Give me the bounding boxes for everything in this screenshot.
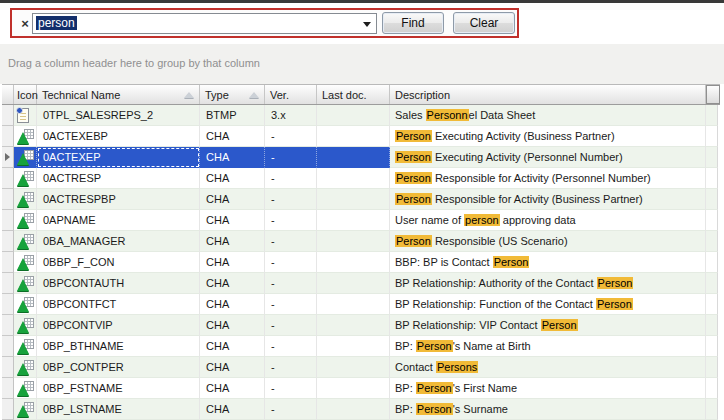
description-cell[interactable]: User name of person approving data [390, 210, 706, 231]
description-cell[interactable]: Contact Persons [390, 357, 706, 378]
version-cell[interactable]: - [265, 126, 317, 147]
icon-cell[interactable] [14, 252, 37, 273]
table-row[interactable]: 0BPCONTAUTHCHA-BP Relationship: Authorit… [2, 273, 720, 294]
type-cell[interactable]: CHA [200, 126, 265, 147]
version-cell[interactable]: 3.x [265, 105, 317, 126]
row-select-gutter[interactable] [2, 105, 14, 126]
type-cell[interactable]: CHA [200, 210, 265, 231]
version-cell[interactable]: - [265, 168, 317, 189]
technical-name-cell[interactable]: 0ACTEXEBP [37, 126, 200, 147]
row-select-gutter[interactable] [2, 357, 14, 378]
technical-name-cell[interactable]: 0BPCONTVIP [37, 315, 200, 336]
icon-cell[interactable] [14, 126, 37, 147]
table-row[interactable]: 0BA_MANAGERCHA-Person Responsible (US Sc… [2, 231, 720, 252]
search-input[interactable]: person [32, 13, 377, 34]
type-cell[interactable]: CHA [200, 273, 265, 294]
description-cell[interactable]: Person Responsible for Activity (Personn… [390, 168, 706, 189]
last-doc-cell[interactable] [317, 126, 390, 147]
table-row[interactable]: 0BBP_F_CONCHA-BBP: BP is Contact Person [2, 252, 720, 273]
find-button[interactable]: Find [382, 12, 444, 34]
type-cell[interactable]: CHA [200, 252, 265, 273]
row-select-gutter[interactable] [2, 126, 14, 147]
icon-cell[interactable] [14, 168, 37, 189]
description-cell[interactable]: Person Executing Activity (Business Part… [390, 126, 706, 147]
icon-cell[interactable] [14, 378, 37, 399]
version-cell[interactable]: - [265, 336, 317, 357]
description-cell[interactable]: BP Relationship: Authority of the Contac… [390, 273, 706, 294]
technical-name-cell[interactable]: 0BP_BTHNAME [37, 336, 200, 357]
clear-button[interactable]: Clear [453, 12, 515, 34]
description-cell[interactable]: Person Responsible (US Scenario) [390, 231, 706, 252]
table-row[interactable]: 0ACTRESPCHA-Person Responsible for Activ… [2, 168, 720, 189]
last-doc-cell[interactable] [317, 378, 390, 399]
description-cell[interactable]: BP: Person's Surname [390, 399, 706, 420]
column-header-technical-name[interactable]: Technical Name [37, 85, 200, 104]
version-cell[interactable]: - [265, 357, 317, 378]
last-doc-cell[interactable] [317, 189, 390, 210]
technical-name-cell[interactable]: 0ACTRESPBP [37, 189, 200, 210]
row-select-gutter[interactable] [2, 252, 14, 273]
row-select-gutter[interactable] [2, 147, 14, 168]
table-row[interactable]: 0BP_FSTNAMECHA-BP: Person's First Name [2, 378, 720, 399]
row-select-gutter[interactable] [2, 378, 14, 399]
icon-cell[interactable] [14, 231, 37, 252]
chevron-down-icon[interactable] [363, 22, 371, 27]
technical-name-cell[interactable]: 0ACTEXEP [37, 147, 200, 168]
row-select-gutter[interactable] [2, 273, 14, 294]
version-cell[interactable]: - [265, 294, 317, 315]
technical-name-cell[interactable]: 0TPL_SALESREPS_2 [37, 105, 200, 126]
last-doc-cell[interactable] [317, 273, 390, 294]
icon-cell[interactable] [14, 273, 37, 294]
version-cell[interactable]: - [265, 315, 317, 336]
type-cell[interactable]: CHA [200, 294, 265, 315]
type-cell[interactable]: CHA [200, 168, 265, 189]
column-header-description[interactable]: Description [390, 85, 706, 104]
last-doc-cell[interactable] [317, 147, 390, 168]
column-header-type[interactable]: Type [200, 85, 265, 104]
table-row[interactable]: 0ACTEXEPCHA-Person Executing Activity (P… [2, 147, 720, 168]
last-doc-cell[interactable] [317, 168, 390, 189]
icon-cell[interactable] [14, 399, 37, 420]
type-cell[interactable]: CHA [200, 336, 265, 357]
row-select-gutter[interactable] [2, 399, 14, 420]
table-row[interactable]: 0BPCONTVIPCHA-BP Relationship: VIP Conta… [2, 315, 720, 336]
table-row[interactable]: 0TPL_SALESREPS_2BTMP3.xSales Personnel D… [2, 105, 720, 126]
last-doc-cell[interactable] [317, 399, 390, 420]
description-cell[interactable]: BP Relationship: Function of the Contact… [390, 294, 706, 315]
technical-name-cell[interactable]: 0ACTRESP [37, 168, 200, 189]
row-select-gutter[interactable] [2, 294, 14, 315]
type-cell[interactable]: CHA [200, 357, 265, 378]
type-cell[interactable]: BTMP [200, 105, 265, 126]
table-row[interactable]: 0BPCONTFCTCHA-BP Relationship: Function … [2, 294, 720, 315]
table-row[interactable]: 0APNAMECHA-User name of person approving… [2, 210, 720, 231]
technical-name-cell[interactable]: 0BPCONTAUTH [37, 273, 200, 294]
technical-name-cell[interactable]: 0BA_MANAGER [37, 231, 200, 252]
type-cell[interactable]: CHA [200, 399, 265, 420]
last-doc-cell[interactable] [317, 336, 390, 357]
close-search-icon[interactable]: × [18, 17, 32, 30]
version-cell[interactable]: - [265, 231, 317, 252]
version-cell[interactable]: - [265, 210, 317, 231]
description-cell[interactable]: Sales Personnel Data Sheet [390, 105, 706, 126]
icon-cell[interactable] [14, 315, 37, 336]
icon-cell[interactable] [14, 105, 37, 126]
table-row[interactable]: 0ACTEXEBPCHA-Person Executing Activity (… [2, 126, 720, 147]
description-cell[interactable]: BP: Person's First Name [390, 378, 706, 399]
icon-cell[interactable] [14, 294, 37, 315]
row-select-gutter[interactable] [2, 210, 14, 231]
type-cell[interactable]: CHA [200, 315, 265, 336]
last-doc-cell[interactable] [317, 105, 390, 126]
version-cell[interactable]: - [265, 273, 317, 294]
last-doc-cell[interactable] [317, 357, 390, 378]
group-by-drop-zone[interactable]: Drag a column header here to group by th… [0, 44, 724, 84]
last-doc-cell[interactable] [317, 315, 390, 336]
row-select-gutter[interactable] [2, 168, 14, 189]
row-select-gutter[interactable] [2, 189, 14, 210]
last-doc-cell[interactable] [317, 294, 390, 315]
type-cell[interactable]: CHA [200, 231, 265, 252]
technical-name-cell[interactable]: 0BP_CONTPER [37, 357, 200, 378]
type-cell[interactable]: CHA [200, 189, 265, 210]
table-row[interactable]: 0BP_CONTPERCHA-Contact Persons [2, 357, 720, 378]
icon-cell[interactable] [14, 189, 37, 210]
description-cell[interactable]: BP Relationship: VIP Contact Person [390, 315, 706, 336]
